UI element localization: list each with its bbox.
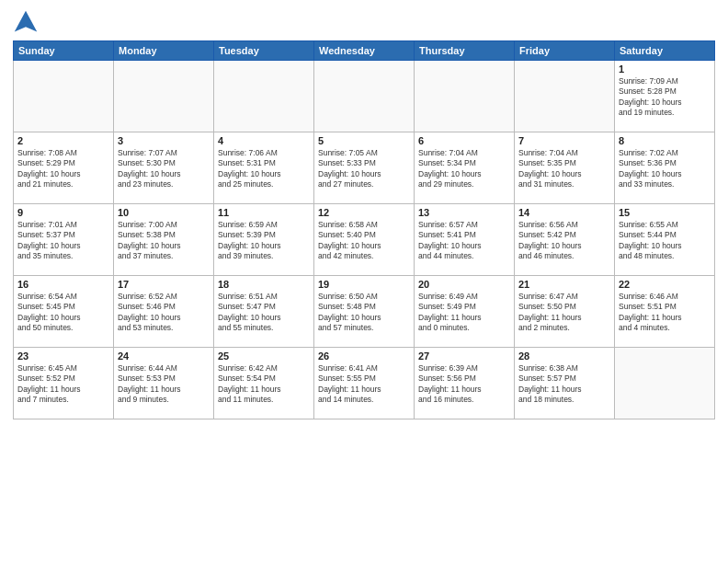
day-of-week-header: Wednesday [314, 41, 415, 61]
day-of-week-header: Tuesday [214, 41, 314, 61]
day-number: 24 [118, 350, 210, 362]
calendar-cell [14, 61, 114, 132]
day-of-week-header: Thursday [415, 41, 515, 61]
calendar-cell: 1Sunrise: 7:09 AM Sunset: 5:28 PM Daylig… [615, 61, 715, 132]
day-info: Sunrise: 6:54 AM Sunset: 5:45 PM Dayligh… [17, 292, 109, 334]
day-info: Sunrise: 7:02 AM Sunset: 5:36 PM Dayligh… [619, 148, 711, 190]
calendar-cell [615, 348, 715, 419]
calendar-cell: 21Sunrise: 6:47 AM Sunset: 5:50 PM Dayli… [515, 276, 615, 348]
calendar-cell: 18Sunrise: 6:51 AM Sunset: 5:47 PM Dayli… [214, 276, 314, 348]
day-of-week-header: Monday [114, 41, 214, 61]
day-number: 28 [518, 350, 610, 362]
calendar-week-row: 16Sunrise: 6:54 AM Sunset: 5:45 PM Dayli… [14, 276, 715, 348]
day-info: Sunrise: 6:42 AM Sunset: 5:54 PM Dayligh… [218, 363, 310, 406]
header [13, 9, 715, 35]
day-info: Sunrise: 6:51 AM Sunset: 5:47 PM Dayligh… [218, 292, 310, 334]
day-of-week-header: Saturday [615, 41, 715, 61]
day-number: 13 [418, 207, 510, 218]
day-number: 25 [218, 350, 310, 362]
calendar-cell: 16Sunrise: 6:54 AM Sunset: 5:45 PM Dayli… [14, 276, 114, 348]
calendar-cell [214, 61, 314, 132]
day-info: Sunrise: 6:39 AM Sunset: 5:56 PM Dayligh… [418, 363, 510, 406]
day-info: Sunrise: 6:49 AM Sunset: 5:49 PM Dayligh… [418, 292, 510, 334]
calendar-cell: 25Sunrise: 6:42 AM Sunset: 5:54 PM Dayli… [214, 348, 314, 419]
calendar-cell: 14Sunrise: 6:56 AM Sunset: 5:42 PM Dayli… [515, 204, 615, 276]
day-info: Sunrise: 7:09 AM Sunset: 5:28 PM Dayligh… [619, 76, 711, 119]
calendar-cell: 7Sunrise: 7:04 AM Sunset: 5:35 PM Daylig… [515, 132, 615, 204]
calendar-cell: 15Sunrise: 6:55 AM Sunset: 5:44 PM Dayli… [615, 204, 715, 276]
day-info: Sunrise: 6:38 AM Sunset: 5:57 PM Dayligh… [518, 363, 610, 406]
day-number: 10 [118, 207, 210, 218]
calendar-week-row: 1Sunrise: 7:09 AM Sunset: 5:28 PM Daylig… [14, 61, 715, 132]
day-info: Sunrise: 7:05 AM Sunset: 5:33 PM Dayligh… [318, 148, 410, 190]
day-number: 7 [518, 135, 610, 146]
calendar-cell: 17Sunrise: 6:52 AM Sunset: 5:46 PM Dayli… [114, 276, 214, 348]
day-number: 16 [17, 279, 109, 290]
day-number: 1 [619, 63, 711, 75]
day-info: Sunrise: 7:00 AM Sunset: 5:38 PM Dayligh… [118, 220, 210, 262]
calendar-cell: 10Sunrise: 7:00 AM Sunset: 5:38 PM Dayli… [114, 204, 214, 276]
day-number: 15 [619, 207, 711, 218]
calendar-cell: 4Sunrise: 7:06 AM Sunset: 5:31 PM Daylig… [214, 132, 314, 204]
day-number: 14 [518, 207, 610, 218]
day-info: Sunrise: 7:04 AM Sunset: 5:34 PM Dayligh… [418, 148, 510, 190]
logo-icon [13, 9, 39, 35]
svg-marker-0 [15, 11, 38, 32]
calendar-cell: 19Sunrise: 6:50 AM Sunset: 5:48 PM Dayli… [314, 276, 415, 348]
day-number: 18 [218, 279, 310, 290]
day-number: 3 [118, 135, 210, 146]
calendar-cell [515, 61, 615, 132]
calendar-cell [114, 61, 214, 132]
calendar-cell: 8Sunrise: 7:02 AM Sunset: 5:36 PM Daylig… [615, 132, 715, 204]
day-of-week-header: Sunday [14, 41, 114, 61]
day-number: 17 [118, 279, 210, 290]
day-info: Sunrise: 6:45 AM Sunset: 5:52 PM Dayligh… [17, 363, 109, 406]
calendar-cell: 27Sunrise: 6:39 AM Sunset: 5:56 PM Dayli… [415, 348, 515, 419]
day-info: Sunrise: 6:50 AM Sunset: 5:48 PM Dayligh… [318, 292, 410, 334]
calendar-cell [415, 61, 515, 132]
day-number: 21 [518, 279, 610, 290]
calendar-cell: 2Sunrise: 7:08 AM Sunset: 5:29 PM Daylig… [14, 132, 114, 204]
calendar-cell: 6Sunrise: 7:04 AM Sunset: 5:34 PM Daylig… [415, 132, 515, 204]
day-info: Sunrise: 7:04 AM Sunset: 5:35 PM Dayligh… [518, 148, 610, 190]
day-info: Sunrise: 6:41 AM Sunset: 5:55 PM Dayligh… [318, 363, 410, 406]
day-info: Sunrise: 6:46 AM Sunset: 5:51 PM Dayligh… [619, 292, 711, 334]
day-number: 12 [318, 207, 410, 218]
day-of-week-header: Friday [515, 41, 615, 61]
day-number: 20 [418, 279, 510, 290]
day-info: Sunrise: 6:59 AM Sunset: 5:39 PM Dayligh… [218, 220, 310, 262]
day-info: Sunrise: 6:56 AM Sunset: 5:42 PM Dayligh… [518, 220, 610, 262]
calendar-cell: 24Sunrise: 6:44 AM Sunset: 5:53 PM Dayli… [114, 348, 214, 419]
day-number: 22 [619, 279, 711, 290]
day-number: 11 [218, 207, 310, 218]
calendar-cell: 28Sunrise: 6:38 AM Sunset: 5:57 PM Dayli… [515, 348, 615, 419]
day-number: 6 [418, 135, 510, 146]
page: SundayMondayTuesdayWednesdayThursdayFrid… [0, 0, 728, 563]
day-info: Sunrise: 7:08 AM Sunset: 5:29 PM Dayligh… [17, 148, 109, 190]
day-info: Sunrise: 6:44 AM Sunset: 5:53 PM Dayligh… [118, 363, 210, 406]
day-number: 5 [318, 135, 410, 146]
day-info: Sunrise: 7:07 AM Sunset: 5:30 PM Dayligh… [118, 148, 210, 190]
calendar-cell: 9Sunrise: 7:01 AM Sunset: 5:37 PM Daylig… [14, 204, 114, 276]
calendar-cell [314, 61, 415, 132]
calendar-cell: 13Sunrise: 6:57 AM Sunset: 5:41 PM Dayli… [415, 204, 515, 276]
day-number: 4 [218, 135, 310, 146]
day-info: Sunrise: 7:06 AM Sunset: 5:31 PM Dayligh… [218, 148, 310, 190]
logo [13, 9, 42, 35]
day-number: 23 [17, 350, 109, 362]
day-info: Sunrise: 6:58 AM Sunset: 5:40 PM Dayligh… [318, 220, 410, 262]
day-number: 9 [17, 207, 109, 218]
day-number: 8 [619, 135, 711, 146]
day-info: Sunrise: 6:57 AM Sunset: 5:41 PM Dayligh… [418, 220, 510, 262]
day-info: Sunrise: 6:52 AM Sunset: 5:46 PM Dayligh… [118, 292, 210, 334]
calendar: SundayMondayTuesdayWednesdayThursdayFrid… [13, 40, 715, 419]
calendar-cell: 20Sunrise: 6:49 AM Sunset: 5:49 PM Dayli… [415, 276, 515, 348]
calendar-cell: 5Sunrise: 7:05 AM Sunset: 5:33 PM Daylig… [314, 132, 415, 204]
day-number: 27 [418, 350, 510, 362]
calendar-cell: 23Sunrise: 6:45 AM Sunset: 5:52 PM Dayli… [14, 348, 114, 419]
calendar-cell: 11Sunrise: 6:59 AM Sunset: 5:39 PM Dayli… [214, 204, 314, 276]
calendar-cell: 22Sunrise: 6:46 AM Sunset: 5:51 PM Dayli… [615, 276, 715, 348]
day-info: Sunrise: 7:01 AM Sunset: 5:37 PM Dayligh… [17, 220, 109, 262]
calendar-cell: 3Sunrise: 7:07 AM Sunset: 5:30 PM Daylig… [114, 132, 214, 204]
calendar-header-row: SundayMondayTuesdayWednesdayThursdayFrid… [14, 41, 715, 61]
